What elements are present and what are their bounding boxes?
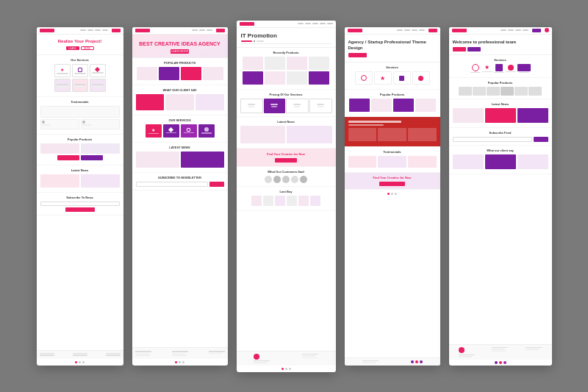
card1-footer bbox=[37, 350, 123, 359]
card1-news-section: Latest News bbox=[37, 165, 123, 193]
card3-dots bbox=[237, 368, 336, 370]
card5-news-title: Latest News bbox=[453, 102, 548, 106]
subscribe-button[interactable] bbox=[534, 137, 548, 142]
footer-line bbox=[302, 357, 317, 359]
card5-hero-buttons bbox=[453, 47, 481, 51]
card1-news-title: Latest News bbox=[40, 168, 120, 172]
card1-services-row1: ★ bbox=[40, 64, 120, 77]
service-label bbox=[519, 72, 529, 74]
footer-line bbox=[492, 349, 505, 350]
card2-services-title: OUR SERVICES bbox=[136, 118, 224, 122]
dot bbox=[182, 361, 184, 363]
breadcrumb-current bbox=[257, 40, 264, 42]
subscribe-button[interactable] bbox=[209, 182, 224, 187]
highlight-item bbox=[378, 128, 406, 141]
creative-button[interactable] bbox=[379, 182, 405, 186]
card1-hero-buttons: LEARN MORE bbox=[66, 46, 94, 50]
lastbuy-item bbox=[275, 196, 285, 206]
card2-hero-btn[interactable]: LEARN MORE bbox=[171, 49, 189, 54]
client-item bbox=[485, 154, 516, 169]
card2-subscribe-section: SUBSCRIBE TO NEWSLETTER bbox=[132, 173, 228, 190]
product-item bbox=[40, 143, 79, 154]
nav-link bbox=[419, 29, 425, 31]
news-item bbox=[40, 174, 79, 188]
card4-testi-row bbox=[348, 156, 437, 168]
card3-creative-section: Find Your Creative Jar Now bbox=[237, 149, 336, 167]
service-label bbox=[92, 72, 104, 74]
card4-creative-section: Find Your Creative Jar Now bbox=[345, 173, 440, 190]
card4-services-row: ★ bbox=[348, 71, 437, 85]
nav-link bbox=[207, 29, 212, 31]
product-item bbox=[181, 67, 201, 80]
card5-hero-btn1[interactable] bbox=[453, 47, 466, 51]
card3-navbar bbox=[237, 21, 336, 28]
customer-avatars bbox=[240, 176, 332, 183]
footer-col bbox=[492, 347, 508, 357]
product-btn[interactable] bbox=[81, 155, 103, 160]
social-icon bbox=[420, 360, 423, 363]
card1-learn-btn[interactable]: LEARN bbox=[66, 46, 79, 50]
news-item bbox=[453, 108, 484, 123]
card4-highlight-section bbox=[345, 117, 440, 147]
service-box bbox=[72, 64, 88, 77]
card1-subscribe-title: Subscribe To News bbox=[40, 196, 120, 199]
price-label bbox=[318, 106, 323, 107]
card4-hero-btn[interactable] bbox=[348, 53, 367, 57]
service-box bbox=[163, 124, 179, 138]
card3-news-section: Latest News bbox=[237, 117, 336, 149]
avatar bbox=[265, 176, 272, 183]
card4-products-row1 bbox=[348, 99, 437, 112]
card2-clients-section: WHAT OUR CLIENT SAY bbox=[132, 85, 228, 115]
client-item bbox=[453, 154, 484, 169]
footer-line bbox=[492, 351, 506, 352]
nav-link bbox=[412, 29, 417, 31]
card1-services-section: Our Services ★ bbox=[37, 55, 123, 97]
service-box bbox=[90, 79, 106, 92]
product-btn[interactable] bbox=[57, 155, 79, 160]
product-item bbox=[265, 71, 285, 85]
avatar bbox=[291, 176, 298, 183]
service-box bbox=[355, 71, 373, 85]
news-item bbox=[136, 152, 179, 168]
card1-navbar bbox=[37, 27, 123, 35]
product-circle bbox=[473, 87, 486, 96]
card1-title: Realize Your Project! bbox=[58, 39, 101, 45]
card5-footer bbox=[449, 344, 552, 360]
footer-col bbox=[526, 347, 542, 357]
product-item bbox=[243, 57, 263, 70]
card1-more-btn[interactable]: MORE bbox=[81, 46, 94, 50]
nav-link bbox=[102, 29, 108, 31]
star-icon: ★ bbox=[484, 64, 490, 71]
client-item bbox=[165, 94, 194, 110]
subscribe-input[interactable] bbox=[40, 202, 120, 206]
card5-products-section: Popular Products bbox=[449, 78, 552, 99]
footer-social bbox=[411, 360, 423, 363]
footer-col bbox=[302, 354, 318, 363]
footer-line bbox=[73, 353, 87, 354]
card2-subscribe-title: SUBSCRIBE TO NEWSLETTER bbox=[136, 176, 224, 179]
client-item bbox=[517, 154, 548, 169]
creative-button[interactable] bbox=[275, 158, 297, 163]
news-item bbox=[287, 126, 332, 143]
subscribe-input[interactable] bbox=[453, 137, 532, 142]
card2-footer bbox=[132, 347, 228, 359]
card5-services-title: Services bbox=[453, 58, 548, 62]
product-circle bbox=[459, 87, 472, 96]
card2-nav-button bbox=[216, 29, 225, 32]
lastbuy-item bbox=[287, 196, 297, 206]
testimonial-text bbox=[42, 124, 51, 126]
card2-dots bbox=[132, 361, 228, 363]
nav-link bbox=[87, 29, 93, 31]
card4-testimonials-title: Testimonials bbox=[348, 150, 437, 154]
product-circle bbox=[487, 87, 500, 96]
card5-clients-title: What our client say bbox=[453, 149, 548, 152]
news-item bbox=[485, 108, 516, 123]
subscribe-button[interactable] bbox=[65, 207, 95, 212]
subscribe-input[interactable] bbox=[136, 182, 208, 187]
product-circle bbox=[501, 87, 514, 96]
product-item bbox=[309, 57, 329, 70]
card2-news-title: LATEST NEWS bbox=[136, 146, 224, 149]
card1-products-title: Popular Products bbox=[40, 138, 120, 141]
card5-hero-btn2[interactable] bbox=[467, 47, 481, 51]
footer-line bbox=[73, 354, 87, 356]
